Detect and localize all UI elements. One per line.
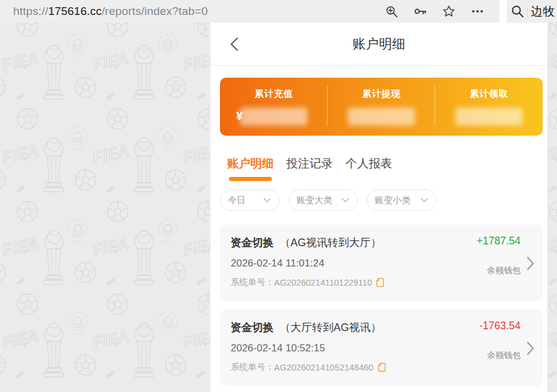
search-box[interactable]: 边牧: [507, 0, 557, 23]
copy-icon[interactable]: [378, 363, 386, 372]
summary-card: 累计充值 ¥ 累计提现 累计领取: [220, 78, 543, 136]
key-icon[interactable]: [414, 5, 427, 18]
filter-label: 账变大类: [296, 195, 332, 206]
transaction-order: 系统单号：AG202602141101229110: [231, 277, 454, 288]
summary-label: 累计领取: [470, 88, 508, 100]
filter-minor-type-dropdown[interactable]: 账变小类: [367, 189, 437, 211]
summary-col-deposit: 累计充值 ¥: [220, 78, 328, 136]
chevron-down-icon: [421, 198, 428, 203]
transaction-info: 资金切换（大厅转到AG视讯） 2026-02-14 10:52:15 系统单号：…: [231, 320, 454, 376]
transaction-order: 系统单号：AG202602141052148460: [231, 362, 454, 373]
search-icon: [511, 5, 524, 18]
page-title: 账户明细: [353, 35, 405, 53]
transaction-title: 资金切换（大厅转到AG视讯）: [231, 320, 454, 335]
order-number: AG202602141101229110: [274, 278, 372, 287]
tab-personal-report[interactable]: 个人报表: [345, 155, 392, 181]
tab-account-detail[interactable]: 账户明细: [227, 155, 274, 181]
transaction-datetime: 2026-02-14 10:52:15: [231, 342, 454, 354]
transaction-datetime: 2026-02-14 11:01:24: [231, 258, 454, 270]
wallet-label: 余额钱包: [487, 265, 521, 276]
currency-prefix: ¥: [236, 109, 243, 123]
back-button[interactable]: [225, 35, 244, 54]
order-label: 系统单号：: [231, 277, 274, 288]
url-text[interactable]: https://175616.cc/reports/index?tab=0: [13, 5, 208, 18]
transaction-amount-col: -1763.54 余额钱包: [454, 312, 521, 368]
filter-label: 今日: [228, 195, 246, 206]
masked-value: [450, 108, 528, 125]
app-panel: 账户明细 累计充值 ¥ 累计提现 累计领取: [210, 23, 548, 392]
filter-bar: 今日 账变大类 账变小类: [220, 189, 543, 211]
url-domain: 175616.cc: [48, 5, 102, 17]
transaction-type: 资金切换: [231, 321, 274, 333]
masked-value: [342, 108, 420, 125]
chevron-right-icon: [527, 235, 534, 292]
toolbar-icons: [385, 5, 500, 18]
tab-bar: 账户明细 投注记录 个人报表: [220, 155, 543, 181]
search-divider: [527, 5, 528, 17]
ellipsis-icon[interactable]: [471, 5, 484, 18]
summary-label: 累计提现: [362, 88, 400, 100]
toolbar-gap: [500, 0, 507, 23]
transaction-title: 资金切换（AG视讯转到大厅）: [231, 235, 454, 250]
url-scheme: https://: [13, 5, 48, 17]
wallet-label: 余额钱包: [487, 350, 521, 361]
order-number: AG202602141052148460: [274, 363, 374, 372]
transaction-row[interactable]: 资金切换（AG视讯转到大厅） 2026-02-14 11:01:24 系统单号：…: [220, 225, 543, 301]
filter-date-dropdown[interactable]: 今日: [220, 189, 280, 211]
chevron-left-icon: [230, 37, 238, 51]
chevron-down-icon: [342, 198, 349, 203]
page-header: 账户明细: [210, 23, 547, 66]
order-label: 系统单号：: [231, 362, 274, 373]
transaction-detail: （大厅转到AG视讯）: [280, 321, 381, 333]
transaction-amount: -1763.54: [479, 320, 521, 332]
blurred-amount: [455, 108, 522, 125]
url-path: /reports/index?tab=0: [102, 5, 208, 17]
blurred-amount: [240, 108, 307, 125]
page-content: 累计充值 ¥ 累计提现 累计领取 账户明细 投注记录: [210, 78, 547, 386]
tab-bet-records[interactable]: 投注记录: [286, 155, 333, 181]
transaction-detail: （AG视讯转到大厅）: [280, 237, 381, 249]
summary-col-claim: 累计领取: [435, 78, 543, 136]
transaction-amount-col: +1787.54 余额钱包: [454, 227, 521, 283]
copy-icon[interactable]: [376, 278, 384, 287]
browser-toolbar: https://175616.cc/reports/index?tab=0: [0, 0, 557, 23]
chevron-right-icon: [527, 320, 534, 376]
chevron-down-icon: [264, 198, 271, 203]
transaction-amount: +1787.54: [477, 235, 521, 247]
summary-col-withdraw: 累计提现: [328, 78, 435, 136]
address-bar[interactable]: https://175616.cc/reports/index?tab=0: [0, 0, 500, 23]
transaction-info: 资金切换（AG视讯转到大厅） 2026-02-14 11:01:24 系统单号：…: [231, 235, 454, 292]
search-query-text[interactable]: 边牧: [531, 4, 555, 20]
transaction-row[interactable]: 资金切换（大厅转到AG视讯） 2026-02-14 10:52:15 系统单号：…: [220, 310, 543, 386]
transaction-list: 资金切换（AG视讯转到大厅） 2026-02-14 11:01:24 系统单号：…: [220, 225, 543, 386]
summary-label: 累计充值: [255, 88, 293, 100]
masked-value: ¥: [235, 108, 313, 125]
blurred-amount: [348, 108, 415, 125]
zoom-in-icon[interactable]: [385, 5, 398, 18]
star-icon[interactable]: [442, 5, 455, 18]
filter-label: 账变小类: [375, 195, 411, 206]
transaction-type: 资金切换: [231, 237, 274, 249]
filter-major-type-dropdown[interactable]: 账变大类: [289, 189, 358, 211]
